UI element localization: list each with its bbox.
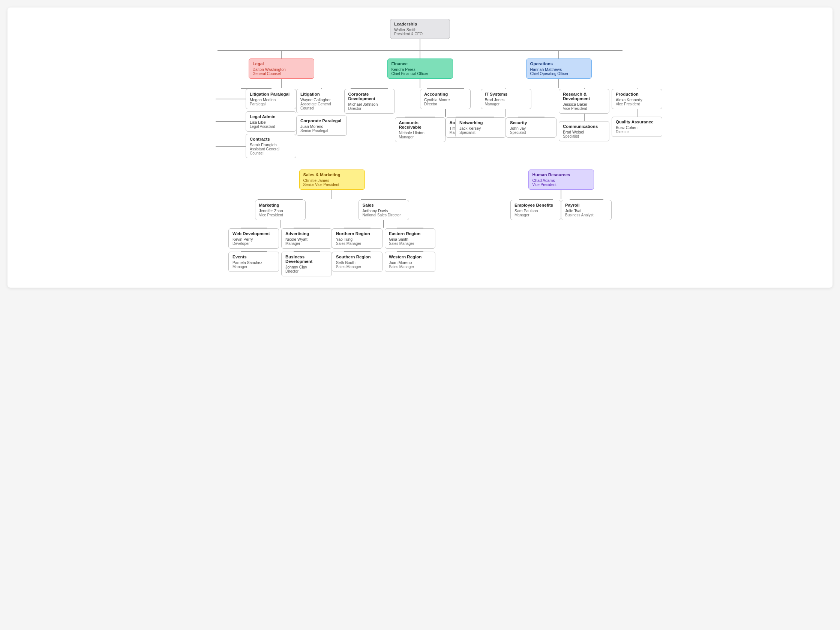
hr-node: Human Resources Chad Adams Vice Presiden… — [528, 169, 594, 190]
la-dept: Legal Admin — [250, 114, 292, 119]
legal-stack-left: Litigation Paralegal Megan Medina Parale… — [216, 89, 296, 158]
finance-role: Chief Financial Officer — [392, 72, 449, 76]
southern-node: Southern Region Seth Booth Sales Manager — [332, 252, 382, 272]
lp-dept: Litigation Paralegal — [250, 92, 292, 96]
litigation-paralegal-node: Litigation Paralegal Megan Medina Parale… — [246, 89, 296, 109]
web-dev-node: Web Development Kevin Perry Developer — [228, 228, 279, 249]
production-node: Production Alexa Kennedy Vice President — [612, 89, 662, 109]
payroll-node: Payroll Julie Tsai Business Analyst — [561, 200, 612, 220]
lit-dept: Litigation — [300, 92, 343, 96]
qa-node: Quality Assurance Boaz Cohen Director — [612, 117, 662, 137]
v-line-ops-down — [558, 79, 559, 88]
lp-role: Paralegal — [250, 102, 292, 106]
cp-role: Senior Paralegal — [300, 129, 343, 133]
legal-left-group: Litigation Paralegal Megan Medina Parale… — [216, 88, 296, 158]
finance-dept: Finance — [392, 62, 449, 66]
marketing-branch: Marketing Jennifer Zhao Vice President — [228, 199, 332, 276]
con-role: Assistant General Counsel — [250, 147, 292, 155]
legal-name: Dalton Washington — [253, 67, 310, 72]
sales-children: Northern Region Yao Tung Sales Manager — [332, 227, 435, 272]
v-line-finance — [420, 51, 420, 58]
legal-left-nodes: Litigation Paralegal Megan Medina Parale… — [216, 89, 296, 158]
con-name: Samir Frangieh — [250, 142, 292, 147]
ops-dept: Operations — [530, 62, 587, 66]
h-line-l1-left — [218, 50, 345, 51]
networking-node: Networking Jack Kersey Specialist — [455, 117, 506, 137]
corp-paralegal-node: Corporate Paralegal Juan Moreno Senior P… — [296, 115, 347, 136]
finance-name: Kendra Perez — [392, 67, 449, 72]
it-children: Networking Jack Kersey Specialist Securi… — [455, 117, 556, 137]
rd-node: Research & Development Jessica Baker Vic… — [559, 89, 609, 114]
cp-dept: Corporate Paralegal — [300, 118, 343, 123]
legal-stack-right: Litigation Wayne Gallagher Associate Gen… — [296, 89, 347, 136]
ops-node: Operations Hannah Matthews Chief Operati… — [526, 58, 592, 79]
sm-children: Marketing Jennifer Zhao Vice President — [228, 199, 435, 276]
advertising-node: Advertising Nicole Wyatt Manager — [281, 228, 332, 249]
sales-node: Sales Anthony Davis National Sales Direc… — [358, 200, 409, 220]
corp-dev-node: Corporate Development Michael Johnson Di… — [344, 89, 395, 114]
ops-role: Chief Operating Officer — [530, 72, 587, 76]
l2-section: Sales & Marketing Christie James Senior … — [19, 169, 821, 276]
v-line-legal — [281, 51, 282, 58]
legal-node: Legal Dalton Washington General Counsel — [249, 58, 314, 79]
mkt-children: Web Development Kevin Perry Developer — [228, 227, 332, 276]
legal-h-connectors: Litigation Paralegal Megan Medina Parale… — [216, 88, 347, 158]
l1-hbar-row — [19, 50, 821, 51]
it-node: IT Systems Brad Jones Manager — [481, 89, 531, 109]
ops-name: Hannah Matthews — [530, 67, 587, 72]
chart-page: Leadership Walter Smith President & CEO — [8, 8, 832, 287]
org-chart: Leadership Walter Smith President & CEO — [19, 19, 821, 276]
lit-name: Wayne Gallagher — [300, 98, 343, 102]
events-node: Events Pamela Sanchez Manager — [228, 252, 279, 272]
la-role: Legal Assistant — [250, 125, 292, 129]
production-branch: Production Alexa Kennedy Vice President … — [612, 88, 662, 137]
ar-node: Accounts Receivable Nichole Hinton Manag… — [395, 117, 445, 142]
leadership-node: Leadership Walter Smith President & CEO — [390, 19, 450, 39]
leadership-role: President & CEO — [394, 32, 446, 36]
h-line-l1-center — [345, 50, 495, 51]
marketing-node: Marketing Jennifer Zhao Vice President — [255, 200, 306, 220]
litigation-node: Litigation Wayne Gallagher Associate Gen… — [296, 89, 347, 113]
it-branch: IT Systems Brad Jones Manager Networking — [455, 88, 556, 137]
western-node: Western Region Juan Moreno Sales Manager — [385, 252, 435, 272]
northern-node: Northern Region Yao Tung Sales Manager — [332, 228, 382, 249]
legal-admin-node: Legal Admin Lisa Libel Legal Assistant — [246, 111, 296, 132]
v-line-l0 — [420, 39, 420, 50]
v-line-legal-down — [281, 79, 282, 88]
legal-children-section: Litigation Paralegal Megan Medina Parale… — [218, 88, 345, 158]
sales-branch: Sales Anthony Davis National Sales Direc… — [332, 199, 435, 272]
hr-children: Employee Benefits Sam Paulson Manager Pa… — [510, 199, 612, 220]
v-line-finance-down — [420, 79, 420, 88]
l1-section: Legal Dalton Washington General Counsel — [19, 50, 821, 158]
comms-node: Communications Brad Weisel Specialist — [559, 121, 609, 141]
corp-dev-branch: Corporate Development Michael Johnson Di… — [344, 88, 395, 114]
cp-name: Juan Moreno — [300, 124, 343, 129]
legal-dept: Legal — [253, 62, 310, 66]
eastern-node: Eastern Region Gina Smith Sales Manager — [385, 228, 435, 249]
sm-col: Sales & Marketing Christie James Senior … — [228, 169, 435, 276]
la-name: Lisa Libel — [250, 120, 292, 125]
ops-children-row: IT Systems Brad Jones Manager Networking — [455, 88, 662, 141]
leadership-dept: Leadership — [394, 22, 446, 26]
sm-node: Sales & Marketing Christie James Senior … — [299, 169, 365, 190]
security-node: Security John Jay Specialist — [506, 117, 556, 137]
leadership-branch: Leadership Walter Smith President & CEO — [390, 19, 450, 50]
hr-col: Human Resources Chad Adams Vice Presiden… — [510, 169, 612, 220]
legal-col: Legal Dalton Washington General Counsel — [218, 51, 345, 158]
rd-branch: Research & Development Jessica Baker Vic… — [559, 88, 609, 141]
finance-node: Finance Kendra Perez Chief Financial Off… — [387, 58, 453, 79]
lit-role: Associate General Counsel — [300, 102, 343, 110]
v-line-ops — [558, 51, 559, 58]
con-dept: Contracts — [250, 137, 292, 141]
contracts-node: Contracts Samir Frangieh Assistant Gener… — [246, 134, 296, 158]
legal-role: General Counsel — [253, 72, 310, 76]
biz-dev-node: Business Development Johnny Clay Directo… — [281, 252, 332, 276]
l2-nodes: Sales & Marketing Christie James Senior … — [228, 169, 612, 276]
l1-nodes-row: Legal Dalton Washington General Counsel — [19, 51, 821, 158]
lp-name: Megan Medina — [250, 98, 292, 102]
ops-col: Operations Hannah Matthews Chief Operati… — [495, 51, 622, 141]
emp-benefits-node: Employee Benefits Sam Paulson Manager — [510, 200, 561, 220]
leadership-name: Walter Smith — [394, 27, 446, 32]
legal-right-group: Litigation Wayne Gallagher Associate Gen… — [296, 88, 347, 136]
h-line-l1-right — [495, 50, 622, 51]
